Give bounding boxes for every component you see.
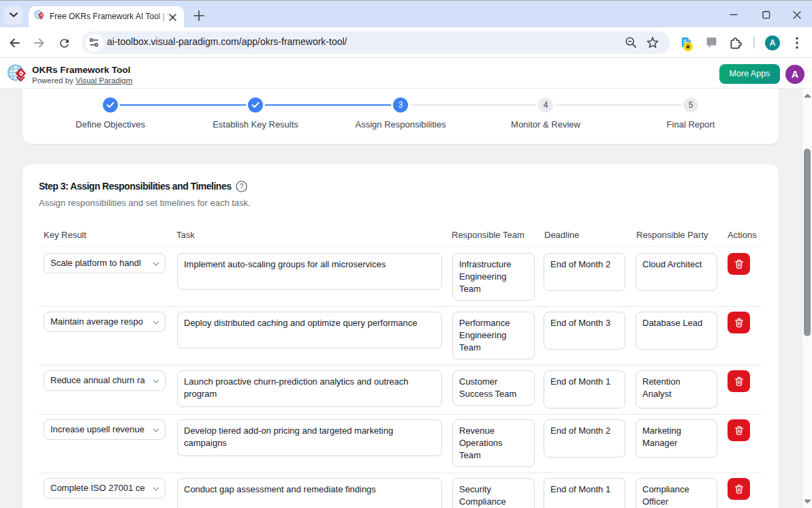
svg-text:?: ?: [240, 182, 244, 190]
